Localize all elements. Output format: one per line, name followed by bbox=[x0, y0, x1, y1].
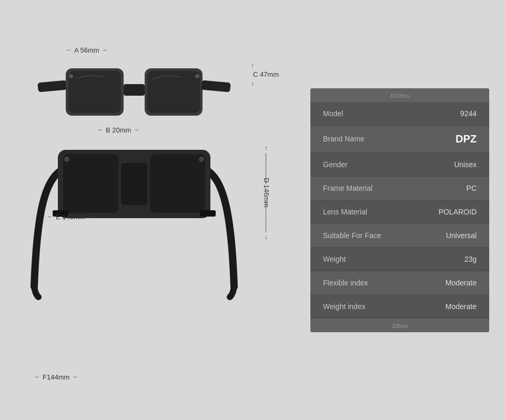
spec-label: Weight bbox=[323, 255, 346, 263]
spec-value: PC bbox=[467, 184, 477, 192]
spec-label: Brand Name bbox=[323, 135, 365, 143]
spec-label: Suitable For Face bbox=[323, 231, 381, 240]
spec-label: Model bbox=[323, 109, 343, 118]
spec-row: Weight23g bbox=[310, 248, 489, 271]
svg-rect-2 bbox=[68, 71, 121, 113]
spec-label: Weight index bbox=[323, 302, 366, 311]
spec-value: Unisex bbox=[454, 160, 477, 169]
dim-a-label: A 56mm bbox=[74, 46, 99, 54]
dim-d-label: D 146mm bbox=[262, 178, 270, 207]
spec-value: 9244 bbox=[460, 109, 477, 118]
dim-a: ← A 56mm → bbox=[66, 46, 108, 54]
svg-point-13 bbox=[64, 157, 69, 162]
dim-f: ← F144mm → bbox=[34, 373, 78, 381]
svg-rect-12 bbox=[150, 154, 205, 213]
spec-row: Weight indexModerate bbox=[310, 295, 489, 319]
dim-f-label: F144mm bbox=[43, 373, 69, 381]
dim-e: ← E 140mm → bbox=[47, 213, 94, 221]
spec-value: POLAROID bbox=[439, 208, 477, 216]
spec-label: Gender bbox=[323, 160, 348, 169]
spec-row: Frame MaterialPC bbox=[310, 177, 489, 200]
nav-top: 6/10ms bbox=[310, 88, 489, 102]
specs-table: 6/10ms Model9244Brand NameDPZGenderUnise… bbox=[310, 88, 489, 332]
nav-bottom-label: 3/8ms bbox=[392, 323, 408, 329]
dim-e-label: E 140mm bbox=[56, 213, 85, 221]
svg-point-8 bbox=[195, 74, 199, 78]
nav-bottom: 3/8ms bbox=[310, 319, 489, 332]
spec-label: Flexible index bbox=[323, 279, 368, 287]
svg-point-14 bbox=[199, 157, 204, 162]
spec-row: Lens MaterialPOLAROID bbox=[310, 200, 489, 224]
svg-rect-5 bbox=[147, 71, 200, 113]
spec-label: Lens Material bbox=[323, 208, 367, 216]
svg-point-7 bbox=[69, 74, 73, 78]
spec-value: 23g bbox=[464, 255, 477, 263]
nav-top-label: 6/10ms bbox=[390, 93, 409, 99]
svg-rect-11 bbox=[63, 154, 118, 213]
dim-c: ↑ C 47mm ↓ bbox=[251, 62, 279, 87]
spec-row: Flexible indexModerate bbox=[310, 271, 489, 295]
spec-row: Suitable For FaceUniversal bbox=[310, 224, 489, 248]
dim-b: ← B 20mm → bbox=[97, 126, 139, 134]
spec-label: Frame Material bbox=[323, 184, 372, 192]
main-container: ← A 56mm → bbox=[0, 0, 505, 420]
svg-rect-10 bbox=[121, 163, 147, 205]
dim-c-label: C 47mm bbox=[253, 70, 279, 78]
spec-value: Moderate bbox=[446, 279, 477, 287]
spec-row: GenderUnisex bbox=[310, 153, 489, 177]
svg-rect-16 bbox=[200, 210, 216, 217]
dim-d: ↑ D 146mm ↓ bbox=[251, 145, 281, 241]
diagram-section: ← A 56mm → bbox=[16, 26, 289, 394]
spec-row: Model9244 bbox=[310, 102, 489, 126]
spec-value: Universal bbox=[446, 231, 477, 240]
dim-b-label: B 20mm bbox=[106, 126, 131, 134]
spec-rows-container: Model9244Brand NameDPZGenderUnisexFrame … bbox=[310, 102, 489, 319]
svg-rect-3 bbox=[124, 84, 145, 96]
svg-rect-6 bbox=[201, 80, 230, 92]
spec-value: DPZ bbox=[456, 133, 477, 145]
spec-value: Moderate bbox=[446, 302, 477, 311]
glasses-back-view bbox=[29, 139, 239, 320]
spec-row: Brand NameDPZ bbox=[310, 126, 489, 153]
svg-rect-0 bbox=[37, 80, 67, 92]
